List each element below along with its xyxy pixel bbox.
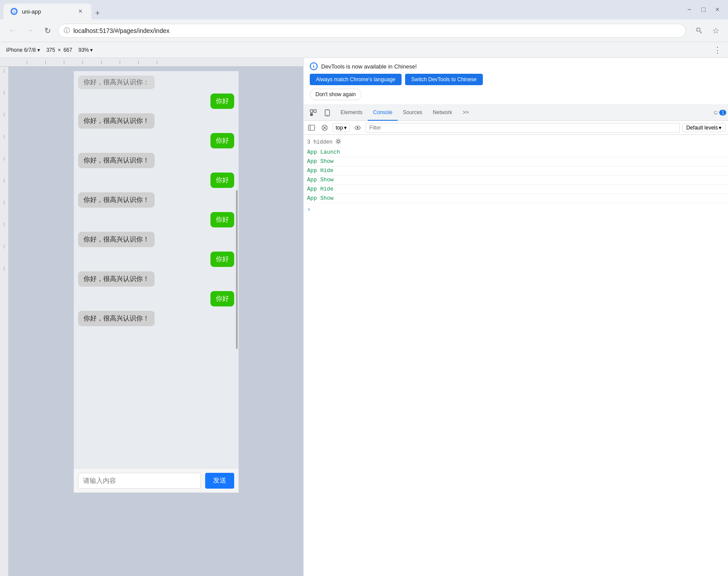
tab-elements[interactable]: Elements	[335, 105, 368, 121]
list-item: 你好，很高兴认识你：	[78, 76, 234, 89]
svg-rect-2	[697, 28, 700, 31]
svg-rect-10	[308, 125, 315, 130]
message-bubble-right: 你好	[210, 291, 234, 306]
vertical-ruler: | | | | | | | | | |	[0, 67, 9, 576]
horizontal-ruler: | | | | | | | |	[0, 58, 303, 67]
devtools-panel: i DevTools is now available in Chinese! …	[303, 58, 728, 576]
console-entry-text: App Show	[307, 177, 333, 183]
message-bubble-right: 你好	[210, 94, 234, 109]
toolbar-more-button[interactable]: ⋮	[710, 43, 724, 57]
log-levels-selector[interactable]: Default levels ▾	[682, 123, 725, 132]
chat-container[interactable]: 你好，很高兴认识你： 你好 你好，很高兴认识你！ 你好	[74, 71, 239, 468]
banner-text: DevTools is now available in Chinese!	[321, 63, 417, 70]
device-icon-button[interactable]	[321, 107, 333, 119]
address-bar[interactable]: ⓘ localhost:5173/#/pages/index/index	[58, 24, 686, 38]
scrollbar[interactable]	[236, 190, 238, 349]
back-button[interactable]: ←	[5, 24, 19, 38]
forward-button[interactable]: →	[23, 24, 37, 38]
hidden-count: 3 hidden	[307, 139, 333, 145]
console-content: 3 hidden App Launch App Show App Hide	[304, 135, 728, 576]
svg-point-17	[337, 140, 339, 143]
tab-sources[interactable]: Sources	[398, 105, 427, 121]
device-arrow-icon: ▾	[37, 47, 40, 53]
svg-text:U: U	[13, 10, 15, 13]
dimension-x: ×	[58, 47, 61, 53]
chat-input[interactable]	[78, 473, 201, 489]
filter-input[interactable]	[366, 123, 680, 133]
tab-badge: 1	[719, 110, 726, 115]
list-item: 你好	[78, 133, 234, 148]
message-bubble-left: 你好，很高兴认识你！	[78, 311, 155, 326]
console-entry: App Show	[304, 176, 728, 185]
console-entry: App Launch	[304, 148, 728, 157]
settings-icon[interactable]	[335, 138, 341, 146]
new-tab-button[interactable]: +	[91, 7, 104, 19]
inspect-icon-button[interactable]	[307, 107, 319, 119]
tab-title: uni-app	[22, 8, 72, 15]
context-label: top	[336, 125, 343, 131]
hidden-count-row: 3 hidden	[304, 137, 728, 148]
list-item: 你好	[78, 252, 234, 267]
devtools-tabs: Elements Console Sources Network >> 1	[304, 105, 728, 121]
list-item: 你好	[78, 212, 234, 227]
message-bubble-left: 你好，很高兴认识你！	[78, 271, 155, 287]
send-button[interactable]: 发送	[205, 473, 234, 489]
console-entry: App Hide	[304, 166, 728, 176]
message-bubble-left: 你好，很高兴认识你！	[78, 192, 155, 208]
message-bubble-right: 你好	[210, 133, 234, 148]
message-bubble-left: 你好，很高兴认识你！	[78, 113, 155, 129]
console-toolbar: top ▾ Default levels ▾	[304, 121, 728, 135]
levels-arrow-icon: ▾	[719, 125, 721, 131]
minimize-button[interactable]: −	[684, 4, 695, 15]
list-item: 你好	[78, 94, 234, 109]
context-arrow-icon: ▾	[344, 125, 347, 131]
tab-favicon: U	[11, 8, 18, 15]
zoom-selector[interactable]: 93% ▾	[76, 46, 95, 54]
context-selector[interactable]: top ▾	[333, 123, 350, 132]
prompt-arrow-icon: ›	[307, 206, 311, 213]
svg-text:A: A	[700, 31, 702, 34]
close-button[interactable]: ×	[712, 4, 723, 15]
address-text: localhost:5173/#/pages/index/index	[73, 27, 170, 34]
tab-more[interactable]: >>	[457, 105, 474, 121]
device-selector[interactable]: iPhone 6/7/8 ▾	[4, 46, 43, 54]
sidebar-toggle-button[interactable]	[306, 122, 317, 133]
message-icon-button[interactable]: 1	[714, 107, 726, 119]
device-name: iPhone 6/7/8	[6, 47, 36, 53]
tab-network[interactable]: Network	[427, 105, 457, 121]
console-entry: App Hide	[304, 185, 728, 194]
message-bubble-left: 你好，很高兴认识你！	[78, 153, 155, 168]
zoom-arrow-icon: ▾	[90, 47, 93, 53]
svg-rect-4	[310, 110, 313, 112]
match-language-button[interactable]: Always match Chrome's language	[310, 74, 402, 85]
width-value: 375	[46, 47, 55, 53]
height-value: 667	[63, 47, 72, 53]
svg-point-8	[327, 115, 328, 115]
console-entry: App Show	[304, 194, 728, 203]
tab-console[interactable]: Console	[368, 105, 398, 121]
console-entry-text: App Show	[307, 195, 333, 202]
console-prompt[interactable]: ›	[304, 203, 728, 216]
browser-tab[interactable]: U uni-app ×	[4, 4, 91, 19]
list-item: 你好	[78, 291, 234, 306]
devtools-banner: i DevTools is now available in Chinese! …	[304, 58, 728, 105]
console-entry-text: App Launch	[307, 149, 340, 155]
translate-button[interactable]: A	[693, 24, 707, 38]
zoom-value: 93%	[78, 47, 89, 53]
bookmark-button[interactable]: ☆	[709, 24, 723, 38]
eye-button[interactable]	[352, 122, 363, 133]
reload-button[interactable]: ↻	[40, 24, 54, 38]
message-bubble-left: 你好，很高兴认识你：	[78, 76, 155, 89]
tab-close-button[interactable]: ×	[76, 7, 84, 15]
svg-rect-5	[310, 113, 313, 116]
message-bubble-right: 你好	[210, 212, 234, 227]
maximize-button[interactable]: □	[698, 4, 709, 15]
svg-point-16	[357, 127, 359, 129]
clear-console-button[interactable]	[319, 122, 330, 133]
svg-rect-9	[714, 111, 717, 113]
dont-show-button[interactable]: Don't show again	[310, 89, 362, 100]
message-bubble-left: 你好，很高兴认识你！	[78, 232, 155, 247]
list-item: 你好	[78, 173, 234, 188]
list-item: 你好，很高兴认识你！	[78, 153, 234, 168]
switch-chinese-button[interactable]: Switch DevTools to Chinese	[405, 74, 483, 85]
